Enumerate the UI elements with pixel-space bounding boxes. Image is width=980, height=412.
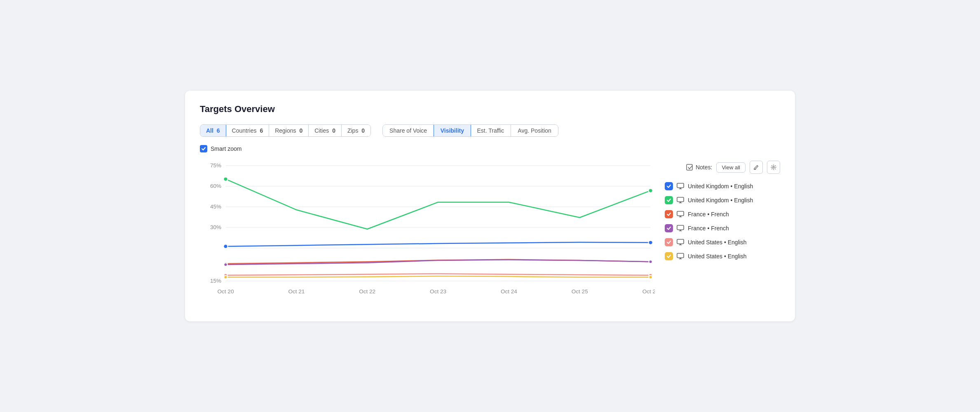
legend-item-fr-french-1[interactable]: France • French: [665, 210, 780, 218]
svg-rect-44: [677, 225, 684, 230]
svg-text:Oct 23: Oct 23: [430, 288, 446, 295]
svg-rect-41: [677, 211, 684, 216]
smart-zoom-row: Smart zoom: [200, 145, 780, 152]
edit-notes-button[interactable]: [750, 161, 763, 174]
filter-tab-countries[interactable]: Countries 6: [226, 125, 270, 136]
filter-tab-group: All 6Countries 6Regions 0Cities 0Zips 0: [200, 124, 371, 137]
svg-rect-35: [677, 183, 684, 188]
smart-zoom-checkbox[interactable]: [200, 145, 207, 152]
svg-text:Oct 26: Oct 26: [642, 288, 655, 295]
metric-tab-share-of-voice[interactable]: Share of Voice: [383, 125, 434, 136]
metric-tab-group: Share of VoiceVisibilityEst. TrafficAvg.…: [382, 124, 558, 137]
svg-rect-47: [677, 239, 684, 244]
legend-checkbox-uk-english-2[interactable]: [665, 196, 673, 204]
legend-area: Notes: View all: [665, 157, 780, 310]
settings-button[interactable]: [767, 161, 780, 174]
legend-checkbox-us-english-2[interactable]: [665, 252, 673, 260]
svg-point-18: [223, 177, 227, 181]
legend-label: France • French: [688, 211, 729, 218]
legend-checkbox-uk-english-1[interactable]: [665, 182, 673, 190]
monitor-icon: [676, 182, 685, 190]
smart-zoom-label: Smart zoom: [211, 145, 241, 152]
notes-label: Notes:: [686, 164, 712, 171]
svg-text:Oct 22: Oct 22: [359, 288, 375, 295]
monitor-icon: [676, 252, 685, 260]
filter-tab-all[interactable]: All 6: [200, 125, 226, 136]
legend-checkbox-fr-french-2[interactable]: [665, 224, 673, 232]
svg-point-29: [649, 276, 652, 279]
svg-text:Oct 25: Oct 25: [572, 288, 588, 295]
svg-rect-50: [677, 253, 684, 258]
notes-icon: [686, 164, 693, 171]
svg-text:Oct 20: Oct 20: [218, 288, 234, 295]
monitor-icon: [676, 210, 685, 218]
legend-item-fr-french-2[interactable]: France • French: [665, 224, 780, 232]
chart-svg-wrap: 75% 60% 45% 30% 15% Oct 20 Oct 21 Oct 22…: [200, 157, 655, 310]
svg-text:15%: 15%: [210, 278, 221, 284]
targets-overview-card: Targets Overview All 6Countries 6Regions…: [185, 91, 795, 321]
view-all-button[interactable]: View all: [716, 162, 746, 173]
metric-tab-est-traffic[interactable]: Est. Traffic: [470, 125, 511, 136]
legend-label: United Kingdom • English: [688, 183, 753, 190]
svg-point-34: [773, 166, 774, 168]
tabs-row: All 6Countries 6Regions 0Cities 0Zips 0 …: [200, 124, 780, 137]
metric-tab-avg-position[interactable]: Avg. Position: [511, 125, 558, 136]
filter-tab-regions[interactable]: Regions 0: [269, 125, 309, 136]
svg-point-28: [224, 276, 227, 279]
main-content: 75% 60% 45% 30% 15% Oct 20 Oct 21 Oct 22…: [200, 157, 780, 310]
legend-label: France • French: [688, 225, 729, 232]
svg-text:60%: 60%: [210, 183, 221, 189]
legend-item-uk-english-1[interactable]: United Kingdom • English: [665, 182, 780, 190]
svg-point-20: [223, 244, 227, 248]
svg-text:Oct 21: Oct 21: [288, 288, 305, 295]
monitor-icon: [676, 238, 685, 246]
svg-point-25: [649, 260, 652, 263]
chart-area: 75% 60% 45% 30% 15% Oct 20 Oct 21 Oct 22…: [200, 157, 655, 310]
svg-text:45%: 45%: [210, 204, 221, 210]
filter-tab-cities[interactable]: Cities 0: [309, 125, 342, 136]
legend-checkbox-fr-french-1[interactable]: [665, 210, 673, 218]
legend-item-uk-english-2[interactable]: United Kingdom • English: [665, 196, 780, 204]
page-title: Targets Overview: [200, 104, 780, 115]
svg-rect-38: [677, 197, 684, 202]
svg-rect-30: [687, 164, 692, 170]
monitor-icon: [676, 224, 685, 232]
notes-bar: Notes: View all: [665, 161, 780, 174]
svg-point-24: [224, 263, 227, 266]
svg-line-32: [689, 166, 692, 169]
legend-label: United Kingdom • English: [688, 197, 753, 204]
svg-text:Oct 24: Oct 24: [501, 288, 517, 295]
svg-point-21: [648, 241, 652, 245]
metric-tab-visibility[interactable]: Visibility: [434, 124, 471, 137]
svg-text:75%: 75%: [210, 162, 221, 169]
legend-checkbox-us-english-1[interactable]: [665, 238, 673, 246]
legend-item-us-english-1[interactable]: United States • English: [665, 238, 780, 246]
legend-label: United States • English: [688, 253, 747, 260]
svg-point-19: [648, 189, 652, 193]
filter-tab-zips[interactable]: Zips 0: [342, 125, 370, 136]
monitor-icon: [676, 196, 685, 204]
legend-item-us-english-2[interactable]: United States • English: [665, 252, 780, 260]
legend-label: United States • English: [688, 239, 747, 246]
legend-list: United Kingdom • English United Kingdom …: [665, 182, 780, 260]
svg-text:30%: 30%: [210, 224, 221, 230]
